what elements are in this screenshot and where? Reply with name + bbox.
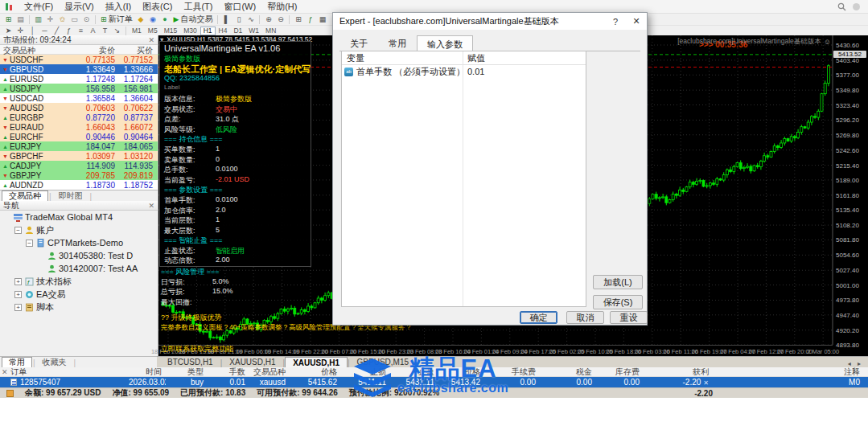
- candlestick-chart-button[interactable]: ▯: [232, 14, 245, 25]
- label-button[interactable]: T: [99, 26, 111, 36]
- terminal-column-10[interactable]: 税金: [540, 367, 596, 378]
- server-icon: [13, 213, 23, 222]
- menu-item-1[interactable]: 显示(V): [59, 0, 100, 14]
- timeframe-m30[interactable]: M30: [180, 27, 200, 35]
- indicators-button[interactable]: ƒ: [304, 14, 316, 25]
- terminal-column-12[interactable]: 获利: [644, 367, 713, 378]
- reset-button[interactable]: 重设: [610, 311, 648, 324]
- timeframe-mn[interactable]: MN: [262, 27, 279, 35]
- bid-price: 0.90446: [68, 133, 115, 141]
- terminal-column-2[interactable]: 类型: [166, 367, 208, 378]
- parameter-row[interactable]: ab首单手数 （必须手动设置）0.01: [342, 65, 586, 78]
- navigator-item-3[interactable]: 301405380: Test D: [0, 249, 158, 262]
- navigator-item-5[interactable]: +f技术指标: [0, 275, 158, 288]
- dialog-titlebar[interactable]: Expert - [eaclubshare.com]UniversalMarti…: [333, 13, 647, 30]
- zoom-in-button[interactable]: ⊕: [262, 14, 274, 25]
- autotrading-button[interactable]: ▶自动交易: [171, 14, 216, 25]
- column-value[interactable]: 赋值: [463, 52, 485, 64]
- menu-item-4[interactable]: 工具(T): [178, 0, 218, 14]
- market-watch-row[interactable]: ▲CADJPY114.909114.935: [0, 161, 158, 170]
- strategy-tester-button[interactable]: ⊙: [80, 14, 93, 25]
- expand-icon[interactable]: +: [14, 291, 22, 298]
- terminal-column-0[interactable]: 订单: [0, 367, 129, 378]
- market-watch-row[interactable]: ▲EURJPY184.047184.065: [0, 141, 158, 151]
- terminal-button[interactable]: ▭: [68, 14, 80, 25]
- timeframe-d1[interactable]: D1: [230, 27, 245, 35]
- market-watch-row[interactable]: ▼GBPJPY209.785209.819: [0, 170, 158, 180]
- close-icon[interactable]: ✕: [2, 368, 8, 376]
- community-button[interactable]: ●: [159, 14, 171, 25]
- arrows-button[interactable]: ↘: [111, 26, 123, 36]
- metaeditor-button[interactable]: ◆: [135, 14, 147, 25]
- zoom-out-button[interactable]: ⊖: [274, 14, 286, 25]
- cancel-button[interactable]: 取消: [566, 311, 604, 324]
- terminal-column-1[interactable]: 时间: [129, 367, 166, 378]
- search-icon[interactable]: [837, 2, 846, 11]
- timeframe-m5[interactable]: M5: [145, 27, 161, 35]
- new-order-button[interactable]: ⊞新订单: [98, 14, 135, 25]
- timeframe-w1[interactable]: W1: [245, 27, 262, 35]
- market-watch-button[interactable]: ▥: [32, 14, 44, 25]
- terminal-column-5[interactable]: 价格: [290, 367, 341, 378]
- column-ask[interactable]: 买价: [115, 45, 155, 54]
- load-button[interactable]: 加载(L): [593, 275, 643, 289]
- channel-button[interactable]: ≡: [75, 26, 87, 36]
- close-icon[interactable]: ✕: [148, 202, 154, 210]
- timeframe-h1[interactable]: H1: [200, 27, 216, 35]
- expand-icon[interactable]: +: [14, 304, 22, 311]
- timeframe-h4[interactable]: H4: [216, 27, 231, 35]
- menu-item-2[interactable]: 插入(I): [100, 0, 137, 14]
- close-button[interactable]: ✕: [626, 13, 647, 30]
- help-button[interactable]: ?: [605, 13, 626, 30]
- market-watch-row[interactable]: ▲AUDNZD1.187301.18752: [0, 180, 158, 190]
- save-button[interactable]: 保存(S): [593, 295, 643, 309]
- market-watch-row[interactable]: ▲EURCHF0.904460.90464: [0, 132, 158, 141]
- parameter-value[interactable]: 0.01: [463, 67, 484, 76]
- navigator-item-6[interactable]: +EA交易: [0, 288, 158, 301]
- line-chart-button[interactable]: ∿: [245, 14, 257, 25]
- close-order-icon[interactable]: ✕: [703, 379, 709, 387]
- market-watch-row[interactable]: ▲USDJPY156.958156.981: [0, 84, 158, 93]
- market-watch-row[interactable]: ▼USDCAD1.365841.36604: [0, 93, 158, 103]
- menu-item-6[interactable]: 帮助(H): [261, 0, 302, 14]
- timeframe-m1[interactable]: M1: [129, 27, 145, 35]
- tile-windows-button[interactable]: ⊞: [292, 14, 304, 25]
- navigator-item-2[interactable]: −CPTMarkets-Demo: [0, 236, 158, 249]
- ok-button[interactable]: 确定: [520, 311, 557, 324]
- text-button[interactable]: A: [87, 26, 99, 36]
- collapse-icon[interactable]: −: [14, 227, 22, 234]
- market-watch-row[interactable]: ▼AUDUSD0.706030.70622: [0, 103, 158, 113]
- templates-button[interactable]: ▦: [316, 14, 328, 25]
- terminal-column-4[interactable]: 交易品种: [249, 367, 290, 378]
- market-watch-row[interactable]: ▲EURUSD1.172481.17264: [0, 74, 158, 84]
- terminal-column-13[interactable]: 注释: [713, 367, 868, 378]
- experts-button[interactable]: ◉: [147, 14, 159, 25]
- menu-item-0[interactable]: 文件(F): [19, 0, 59, 14]
- navigator-item-1[interactable]: −账户: [0, 223, 158, 236]
- market-watch-row[interactable]: ▼EURAUD1.660431.66072: [0, 122, 158, 132]
- new-chart-button[interactable]: ⊞: [2, 14, 14, 25]
- bar-chart-button[interactable]: ▌: [220, 14, 232, 25]
- navigator-item-7[interactable]: +脚本: [0, 301, 158, 313]
- navigator-item-0[interactable]: TradeMax Global MT4: [0, 211, 158, 223]
- terminal-column-11[interactable]: 库存费: [596, 367, 644, 378]
- navigator-button[interactable]: ✩: [56, 14, 68, 25]
- navigator-item-4[interactable]: 301420007: Test AA: [0, 262, 158, 275]
- market-watch-row[interactable]: ▼GBPUSD1.336491.33666: [0, 64, 158, 74]
- timeframe-m15[interactable]: M15: [161, 27, 181, 35]
- collapse-icon[interactable]: −: [26, 240, 33, 247]
- menu-item-5[interactable]: 窗口(W): [218, 0, 261, 14]
- terminal-column-3[interactable]: 手数: [208, 367, 249, 378]
- data-window-button[interactable]: ✛: [44, 14, 56, 25]
- market-watch-row[interactable]: ▼GBPCHF1.030971.03120: [0, 151, 158, 161]
- profiles-button[interactable]: ▤: [14, 14, 27, 25]
- column-variable[interactable]: 变量: [342, 52, 463, 64]
- column-bid[interactable]: 卖价: [68, 45, 115, 54]
- column-symbol[interactable]: 交易品种: [0, 45, 68, 54]
- market-watch-tab-1[interactable]: 即时图: [52, 190, 89, 201]
- expand-icon[interactable]: +: [14, 278, 22, 285]
- market-watch-row[interactable]: ▲EURGBP0.877200.87737: [0, 113, 158, 122]
- menu-item-3[interactable]: 图表(C): [137, 0, 178, 14]
- market-watch-row[interactable]: ▼USDCHF0.771350.77152: [0, 55, 158, 64]
- close-icon[interactable]: ✕: [148, 36, 154, 44]
